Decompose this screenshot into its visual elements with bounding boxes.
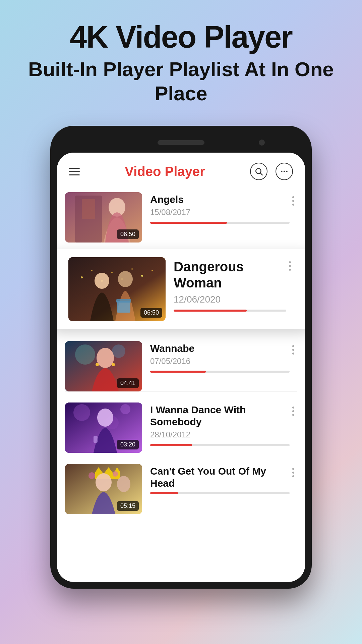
svg-rect-21 bbox=[116, 299, 131, 303]
video-info-2: Dangerous Woman 12/06/2020 bbox=[166, 257, 286, 312]
hamburger-menu[interactable] bbox=[69, 168, 80, 175]
header-section: 4K Video Player Built-In Player Playlist… bbox=[0, 0, 362, 119]
progress-fill-5 bbox=[150, 492, 178, 494]
video-date-4: 28/10/2012 bbox=[150, 430, 290, 439]
video-info-3: Wannabe 07/05/2016 bbox=[142, 341, 290, 373]
duration-badge-3: 04:41 bbox=[117, 378, 139, 388]
duration-badge-2: 06:50 bbox=[140, 308, 162, 318]
svg-point-24 bbox=[112, 344, 125, 358]
main-title: 4K Video Player bbox=[20, 20, 342, 54]
svg-point-4 bbox=[286, 171, 287, 172]
svg-rect-7 bbox=[82, 199, 95, 219]
thumbnail-1: 06:50 bbox=[65, 192, 142, 243]
more-options-2[interactable] bbox=[286, 259, 294, 273]
svg-point-27 bbox=[112, 363, 115, 366]
svg-point-36 bbox=[88, 472, 95, 479]
svg-point-15 bbox=[131, 268, 133, 270]
progress-fill-4 bbox=[150, 444, 192, 446]
svg-rect-33 bbox=[94, 436, 98, 443]
video-title-3: Wannabe bbox=[150, 342, 290, 355]
vertical-dots-icon-1 bbox=[292, 196, 294, 206]
svg-point-29 bbox=[73, 404, 90, 421]
phone-frame: Video Player bbox=[50, 126, 312, 589]
vertical-dots-icon-2 bbox=[289, 261, 291, 271]
svg-point-2 bbox=[281, 171, 282, 172]
thumbnail-3: 04:41 bbox=[65, 341, 142, 391]
phone-camera bbox=[259, 140, 265, 146]
svg-point-19 bbox=[118, 271, 133, 287]
svg-point-23 bbox=[75, 344, 95, 365]
app-header: Video Player bbox=[57, 153, 305, 187]
progress-bar-2 bbox=[174, 310, 286, 312]
thumbnail-5: 05:15 bbox=[65, 464, 142, 514]
video-item-1[interactable]: 06:50 Angels 15/08/2017 bbox=[57, 187, 305, 243]
phone-screen: Video Player bbox=[57, 153, 305, 582]
header-icons bbox=[250, 163, 293, 180]
phone-speaker bbox=[158, 140, 204, 145]
svg-point-17 bbox=[152, 270, 153, 271]
svg-point-38 bbox=[96, 473, 112, 491]
thumbnail-4: 03:20 bbox=[65, 402, 142, 453]
progress-bar-5 bbox=[150, 492, 290, 494]
more-options-5[interactable] bbox=[290, 465, 297, 480]
video-title-1: Angels bbox=[150, 194, 290, 206]
svg-line-1 bbox=[260, 173, 262, 175]
svg-point-13 bbox=[111, 272, 113, 273]
svg-point-11 bbox=[91, 270, 93, 271]
video-title-4: I Wanna Dance With Somebody bbox=[150, 404, 290, 428]
video-info-5: Can't Get You Out Of My Head bbox=[142, 464, 290, 494]
video-item-4[interactable]: 03:20 I Wanna Dance With Somebody 28/10/… bbox=[57, 397, 305, 453]
duration-badge-4: 03:20 bbox=[117, 440, 139, 449]
thumbnail-2: 06:50 bbox=[68, 257, 166, 321]
more-options-button[interactable] bbox=[276, 163, 293, 180]
more-options-1[interactable] bbox=[290, 194, 297, 208]
divider-3 bbox=[65, 391, 297, 392]
progress-bar-1 bbox=[150, 222, 290, 224]
svg-point-37 bbox=[113, 471, 118, 477]
svg-point-32 bbox=[97, 409, 113, 427]
more-icon bbox=[280, 167, 289, 176]
duration-badge-1: 06:50 bbox=[117, 229, 139, 239]
video-item-3[interactable]: 04:41 Wannabe 07/05/2016 bbox=[57, 336, 305, 391]
video-item-2[interactable]: 06:50 Dangerous Woman 12/06/2020 bbox=[57, 249, 305, 329]
progress-bar-4 bbox=[150, 444, 290, 446]
progress-fill-1 bbox=[150, 222, 227, 224]
video-info-4: I Wanna Dance With Somebody 28/10/2012 bbox=[142, 402, 290, 446]
divider-4 bbox=[65, 453, 297, 453]
more-options-3[interactable] bbox=[290, 342, 297, 357]
phone-notch bbox=[57, 132, 305, 153]
video-info-1: Angels 15/08/2017 bbox=[142, 192, 290, 224]
vertical-dots-icon-3 bbox=[292, 345, 294, 355]
svg-point-26 bbox=[96, 363, 99, 366]
video-date-2: 12/06/2020 bbox=[174, 294, 286, 305]
video-title-5: Can't Get You Out Of My Head bbox=[150, 465, 290, 489]
progress-fill-3 bbox=[150, 371, 206, 373]
duration-badge-5: 05:15 bbox=[117, 501, 139, 511]
video-date-3: 07/05/2016 bbox=[150, 357, 290, 366]
vertical-dots-icon-4 bbox=[292, 407, 294, 416]
sub-title: Built-In Player Playlist At In One Place bbox=[20, 57, 342, 106]
svg-point-18 bbox=[95, 273, 109, 289]
progress-bar-3 bbox=[150, 371, 290, 373]
search-icon bbox=[254, 167, 263, 176]
video-item-5[interactable]: 05:15 Can't Get You Out Of My Head bbox=[57, 459, 305, 514]
search-button[interactable] bbox=[250, 163, 267, 180]
video-date-1: 15/08/2017 bbox=[150, 208, 290, 217]
video-title-2: Dangerous Woman bbox=[174, 259, 286, 291]
more-options-4[interactable] bbox=[290, 404, 297, 419]
progress-fill-2 bbox=[174, 310, 247, 312]
svg-point-25 bbox=[97, 348, 114, 368]
vertical-dots-icon-5 bbox=[292, 468, 294, 477]
app-title: Video Player bbox=[125, 164, 205, 179]
phone-mockup: Video Player bbox=[0, 126, 362, 589]
svg-point-10 bbox=[81, 276, 83, 278]
svg-point-39 bbox=[117, 476, 130, 492]
svg-rect-20 bbox=[117, 301, 130, 313]
svg-point-3 bbox=[284, 171, 285, 172]
svg-point-30 bbox=[120, 404, 130, 414]
svg-point-16 bbox=[141, 275, 143, 277]
